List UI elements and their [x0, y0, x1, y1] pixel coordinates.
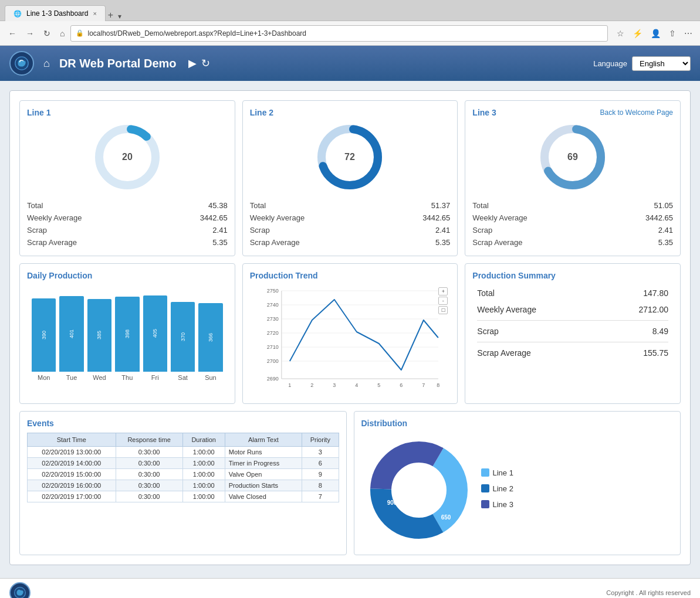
table-cell: Valve Open [225, 469, 302, 480]
ps-total-label: Total [477, 288, 495, 298]
svg-text:2690: 2690 [266, 376, 278, 382]
app-header: ⌂ DR Web Portal Demo ▶ ↻ Language Englis… [0, 46, 700, 81]
bar: 401 [59, 296, 83, 372]
bar: 385 [87, 299, 111, 372]
line3-legend-label: Line 3 [493, 500, 513, 509]
trend-line [289, 300, 438, 370]
line3-legend-color [481, 500, 489, 508]
l2-total-label: Total [250, 201, 266, 210]
daily-production-chart: 390Mon401Tue385Wed398Thu405Fri370Sat366S… [27, 285, 228, 383]
tab-favicon: 🌐 [13, 10, 22, 18]
dashboard-container: Line 1 20 Total45.38 Weekly Average3442.… [9, 90, 691, 565]
table-cell: Timer in Progress [225, 458, 302, 469]
app-title: DR Web Portal Demo [59, 57, 177, 70]
l3-scrap-value: 2.41 [658, 226, 673, 235]
table-cell: 1:00:00 [182, 480, 225, 491]
svg-text:3: 3 [333, 382, 336, 388]
l3-total-label: Total [472, 201, 488, 210]
svg-text:2720: 2720 [266, 330, 278, 336]
bar-value-label: 398 [124, 329, 130, 338]
table-cell: Valve Closed [225, 491, 302, 502]
zoom-reset-button[interactable]: ☐ [438, 306, 448, 314]
bar-value-label: 390 [41, 331, 47, 339]
bar-value-label: 405 [152, 329, 158, 338]
zoom-out-button[interactable]: - [438, 297, 448, 305]
bar-day-label: Tue [66, 374, 77, 381]
refresh-button[interactable]: ↻ [40, 26, 54, 40]
svg-text:2750: 2750 [266, 288, 278, 294]
l3-scrap-label: Scrap [472, 226, 492, 235]
tab-close-icon[interactable]: × [93, 10, 96, 17]
table-cell: 1:00:00 [182, 491, 225, 502]
bar-wrapper: 370Sat [171, 302, 195, 381]
new-tab-button[interactable]: + [108, 10, 113, 21]
line3-title: Line 3 [472, 108, 496, 117]
l1-scrap-label: Scrap [27, 226, 47, 235]
bar-wrapper: 390Mon [32, 298, 56, 381]
svg-text:69: 69 [567, 152, 578, 162]
l1-wavg-label: Weekly Average [27, 213, 82, 222]
svg-point-36 [392, 463, 446, 517]
bar: 366 [198, 303, 222, 372]
ps-scrap-label: Scrap [477, 327, 499, 336]
share-icon[interactable]: ⇧ [666, 28, 679, 39]
bar-day-label: Wed [93, 374, 106, 381]
l3-wavg-label: Weekly Average [472, 213, 527, 222]
bar-value-label: 401 [69, 329, 75, 338]
home-icon[interactable]: ⌂ [43, 57, 50, 70]
language-select[interactable]: English German French Spanish [632, 56, 691, 71]
back-button[interactable]: ← [5, 26, 20, 40]
forward-button[interactable]: → [22, 26, 38, 40]
bar-wrapper: 405Fri [143, 295, 167, 381]
menu-icon[interactable]: ⋯ [681, 28, 695, 39]
refresh-app-button[interactable]: ↻ [201, 57, 210, 70]
svg-text:2740: 2740 [266, 302, 278, 308]
bar: 370 [171, 302, 195, 372]
l1-total-label: Total [27, 201, 43, 210]
production-trend-title: Production Trend [250, 271, 451, 280]
tab-dropdown-icon[interactable]: ▾ [118, 12, 121, 21]
events-table: Start Time Response time Duration Alarm … [27, 433, 339, 502]
col-alarm-text: Alarm Text [225, 433, 302, 447]
l1-scrap-value: 2.41 [212, 226, 227, 235]
active-tab[interactable]: 🌐 Line 1-3 Dashboard × [5, 5, 106, 21]
table-cell: 3 [302, 447, 339, 458]
line3-gauge: 69 [537, 122, 608, 192]
back-to-welcome-link[interactable]: Back to Welcome Page [600, 108, 673, 117]
svg-text:72: 72 [345, 152, 356, 162]
line2-legend-label: Line 2 [493, 484, 513, 493]
ps-scrapavg-value: 155.75 [643, 348, 668, 358]
bar-wrapper: 366Sun [198, 303, 222, 381]
zoom-in-button[interactable]: + [438, 287, 448, 295]
l2-scrap-value: 2.41 [435, 226, 450, 235]
l2-scrapavg-label: Scrap Average [250, 238, 300, 247]
bookmark-icon[interactable]: ☆ [614, 28, 627, 39]
table-cell: 02/20/2019 14:00:00 [28, 458, 116, 469]
l3-total-value: 51.05 [654, 201, 673, 210]
bar: 405 [143, 295, 167, 372]
daily-production-card: Daily Production 390Mon401Tue385Wed398Th… [19, 263, 235, 404]
l2-scrap-label: Scrap [250, 226, 270, 235]
bar-wrapper: 398Thu [115, 297, 139, 381]
col-start-time: Start Time [28, 433, 116, 447]
line1-legend-color [481, 468, 489, 477]
table-row: 02/20/2019 16:00:000:30:001:00:00Product… [28, 480, 339, 491]
address-input[interactable] [87, 29, 603, 38]
home-button[interactable]: ⌂ [56, 26, 68, 40]
language-label: Language [593, 59, 627, 68]
line1-legend-label: Line 1 [493, 468, 513, 477]
secure-icon: 🔒 [76, 29, 84, 37]
table-row: 02/20/2019 17:00:000:30:001:00:00Valve C… [28, 491, 339, 502]
l1-wavg-value: 3442.65 [200, 213, 228, 222]
profile-icon[interactable]: 👤 [648, 28, 664, 39]
distribution-donut: 900 650 [366, 437, 472, 543]
table-cell: Production Starts [225, 480, 302, 491]
l1-scrapavg-label: Scrap Average [27, 238, 77, 247]
svg-text:2: 2 [310, 382, 313, 388]
play-button[interactable]: ▶ [188, 57, 197, 70]
events-title: Events [27, 419, 339, 428]
l2-scrapavg-value: 5.35 [435, 238, 450, 247]
svg-text:20: 20 [122, 152, 133, 162]
extensions-icon[interactable]: ⚡ [630, 28, 645, 39]
bar-day-label: Fri [151, 374, 159, 381]
